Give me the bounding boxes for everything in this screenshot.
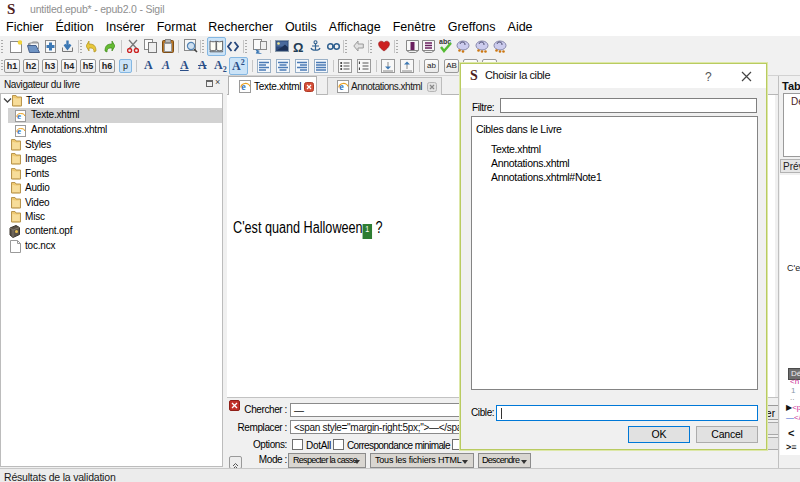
svg-text:e: e xyxy=(17,126,21,136)
svg-text:e: e xyxy=(241,81,246,92)
svg-text:e: e xyxy=(17,111,21,121)
svg-text:e: e xyxy=(339,81,344,92)
